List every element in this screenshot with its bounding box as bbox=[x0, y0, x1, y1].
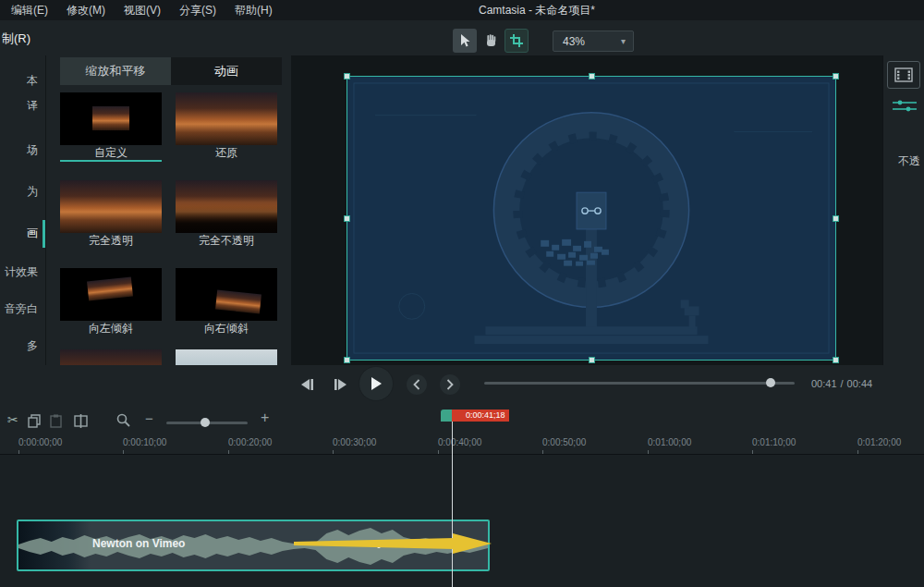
canvas-zoom-select[interactable]: 43% ▾ bbox=[553, 31, 634, 52]
chevron-left-icon bbox=[413, 379, 420, 390]
cursor-icon bbox=[457, 33, 472, 48]
split-icon bbox=[74, 414, 88, 428]
resize-handle-sw[interactable] bbox=[344, 357, 350, 363]
select-tool-button[interactable] bbox=[453, 29, 477, 53]
sidebar-item-6[interactable]: 音旁白 bbox=[5, 301, 38, 317]
timeline-zoom-search-button[interactable] bbox=[116, 413, 130, 431]
sidebar-item-7[interactable]: 多 bbox=[27, 338, 38, 354]
media-properties-icon bbox=[894, 67, 913, 82]
ruler-tick: 0:00:00;00 bbox=[18, 437, 62, 447]
animation-item-restore[interactable]: 还原 bbox=[176, 92, 277, 162]
next-frame-icon bbox=[333, 377, 349, 392]
blueprint-image bbox=[347, 77, 835, 360]
play-button[interactable] bbox=[359, 366, 394, 401]
total-duration: 00:44 bbox=[847, 378, 873, 389]
playhead-out-handle[interactable] bbox=[452, 410, 462, 422]
jump-forward-button[interactable] bbox=[440, 374, 460, 395]
timeline-zoom-handle[interactable] bbox=[201, 418, 210, 427]
pan-tool-button[interactable] bbox=[479, 29, 503, 53]
animation-label: 完全透明 bbox=[60, 233, 162, 250]
ruler-tick: 0:00:20;00 bbox=[228, 437, 272, 447]
animations-panel: 缩放和平移 动画 自定义 还原 完全透明 完全不透明 向左倾斜 bbox=[46, 55, 291, 365]
copy-icon bbox=[28, 414, 41, 428]
time-separator: / bbox=[841, 378, 844, 389]
ruler-tick: 0:00:50;00 bbox=[542, 437, 586, 447]
audio-mixer-icon bbox=[893, 100, 917, 113]
animation-item-partial[interactable] bbox=[176, 349, 277, 365]
prev-frame-icon bbox=[298, 377, 315, 392]
animation-item-full-opaque[interactable]: 完全不透明 bbox=[176, 180, 277, 250]
play-icon bbox=[370, 376, 383, 391]
zoom-value: 43% bbox=[563, 35, 585, 48]
chevron-down-icon: ▾ bbox=[621, 36, 626, 46]
sidebar-item-1[interactable]: 本 bbox=[27, 73, 38, 89]
animation-thumbnail bbox=[60, 92, 162, 145]
animation-item-partial[interactable] bbox=[60, 349, 162, 365]
ruler-tick: 0:01:20;00 bbox=[857, 437, 901, 447]
record-button[interactable]: 制(R) bbox=[2, 31, 30, 47]
sidebar-item-5[interactable]: 计效果 bbox=[5, 264, 38, 280]
split-button[interactable] bbox=[74, 414, 88, 432]
current-time: 00:41 bbox=[811, 378, 837, 389]
menubar: 编辑(E) 修改(M) 视图(V) 分享(S) 帮助(H) Camtasia -… bbox=[0, 0, 924, 20]
paste-button[interactable] bbox=[50, 414, 62, 432]
animation-item-full-transparent[interactable]: 完全透明 bbox=[60, 180, 162, 250]
crop-tool-button[interactable] bbox=[505, 29, 529, 53]
tab-zoom-pan[interactable]: 缩放和平移 bbox=[60, 57, 171, 85]
sidebar-item-animations[interactable]: 画 bbox=[27, 226, 38, 241]
sidebar-item-2[interactable]: 译 bbox=[27, 98, 38, 114]
prev-frame-button[interactable] bbox=[296, 373, 318, 396]
zoom-in-button[interactable]: + bbox=[261, 410, 269, 425]
animation-thumbnail bbox=[176, 180, 277, 233]
animation-item-tilt-left[interactable]: 向左倾斜 bbox=[60, 268, 162, 337]
menu-edit[interactable]: 编辑(E) bbox=[2, 0, 57, 20]
scrubber-handle[interactable] bbox=[766, 378, 775, 387]
ruler-tick: 0:00:10;00 bbox=[123, 437, 166, 447]
hand-icon bbox=[483, 33, 498, 48]
properties-button[interactable] bbox=[887, 61, 920, 89]
resize-handle-s[interactable] bbox=[589, 357, 595, 363]
playhead-line[interactable] bbox=[452, 422, 453, 587]
playback-scrubber[interactable] bbox=[484, 382, 795, 385]
animation-item-custom[interactable]: 自定义 bbox=[60, 92, 162, 162]
menu-share[interactable]: 分享(S) bbox=[170, 0, 225, 20]
playhead-in-handle[interactable] bbox=[441, 410, 452, 422]
opacity-label: 不透 bbox=[898, 153, 920, 169]
zoom-out-button[interactable]: − bbox=[145, 411, 153, 426]
sidebar-item-3[interactable]: 场 bbox=[27, 142, 38, 158]
menu-modify[interactable]: 修改(M) bbox=[57, 0, 115, 20]
resize-handle-se[interactable] bbox=[833, 357, 839, 363]
selected-media-on-canvas[interactable] bbox=[346, 76, 836, 361]
animation-thumbnail bbox=[176, 92, 277, 145]
menu-view[interactable]: 视图(V) bbox=[115, 0, 170, 20]
clip-title: Newton on Vimeo bbox=[92, 537, 185, 550]
resize-handle-nw[interactable] bbox=[344, 73, 350, 79]
timeline-ruler[interactable]: 0:00:00;00 0:00:10;00 0:00:20;00 0:00:30… bbox=[0, 432, 924, 455]
resize-handle-w[interactable] bbox=[344, 215, 350, 222]
crop-icon bbox=[509, 33, 524, 48]
canvas[interactable] bbox=[291, 55, 882, 365]
menu-help[interactable]: 帮助(H) bbox=[225, 0, 282, 20]
jump-back-button[interactable] bbox=[407, 374, 427, 395]
sidebar-item-4[interactable]: 为 bbox=[27, 184, 38, 200]
animation-item-tilt-right[interactable]: 向右倾斜 bbox=[176, 268, 277, 337]
resize-handle-n[interactable] bbox=[589, 73, 595, 79]
audio-mixer-button[interactable] bbox=[892, 98, 918, 115]
timeline-tracks[interactable]: Newton on Vimeo bbox=[0, 455, 924, 587]
animation-thumbnail bbox=[60, 268, 162, 321]
animation-thumbnail bbox=[176, 349, 277, 365]
copy-button[interactable] bbox=[28, 414, 41, 432]
ruler-tick: 0:00:40;00 bbox=[438, 437, 481, 447]
animation-label: 完全不透明 bbox=[176, 233, 277, 250]
next-frame-button[interactable] bbox=[330, 373, 352, 396]
tab-animations[interactable]: 动画 bbox=[171, 57, 282, 85]
animation-thumbnail bbox=[60, 180, 162, 233]
ruler-tick: 0:01:10;00 bbox=[752, 437, 796, 447]
cut-button[interactable]: ✂ bbox=[7, 412, 18, 427]
resize-handle-e[interactable] bbox=[833, 215, 839, 222]
properties-rail: 不透 bbox=[882, 55, 924, 365]
camtasia-window: 编辑(E) 修改(M) 视图(V) 分享(S) 帮助(H) Camtasia -… bbox=[0, 0, 924, 587]
resize-handle-ne[interactable] bbox=[833, 73, 839, 79]
paste-icon bbox=[50, 414, 62, 428]
playhead-time-badge[interactable]: 0:00:41;18 bbox=[462, 410, 509, 422]
